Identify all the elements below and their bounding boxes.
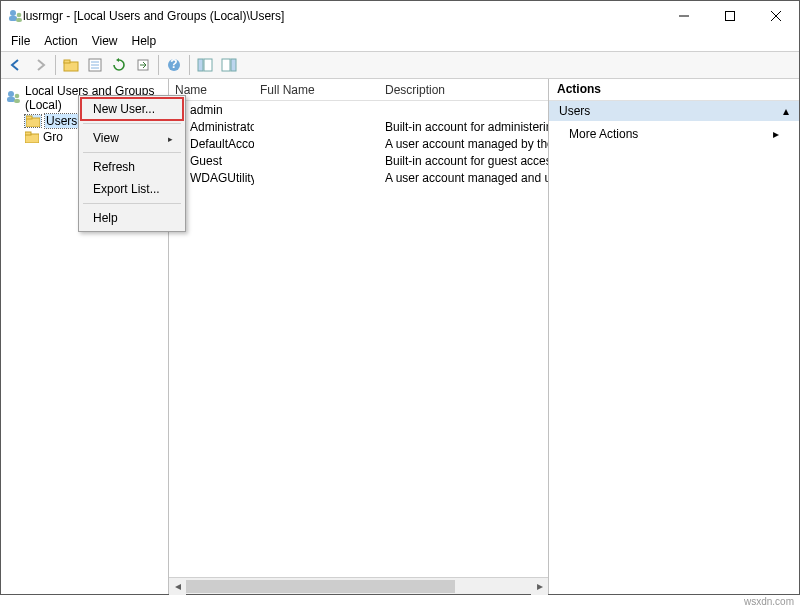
- export-icon[interactable]: [132, 54, 154, 76]
- svg-rect-28: [25, 132, 31, 135]
- tree-node-label: Users: [45, 114, 78, 128]
- folder-icon: [25, 115, 41, 127]
- context-separator: [83, 152, 181, 153]
- maximize-button[interactable]: [707, 1, 753, 31]
- svg-point-23: [15, 93, 20, 98]
- context-item-label: View: [93, 131, 119, 145]
- window-title: lusrmgr - [Local Users and Groups (Local…: [23, 9, 661, 23]
- context-menu: New User... View Refresh Export List... …: [78, 95, 186, 232]
- svg-rect-17: [198, 59, 203, 71]
- toolbar-separator: [189, 55, 190, 75]
- toolbar-separator: [55, 55, 56, 75]
- list-pane: Name Full Name Description adminAdminist…: [169, 79, 549, 594]
- scroll-left-arrow-icon[interactable]: ◂: [169, 578, 186, 595]
- title-bar: lusrmgr - [Local Users and Groups (Local…: [1, 1, 799, 31]
- show-hide-action-icon[interactable]: [218, 54, 240, 76]
- user-name: WDAGUtility...: [190, 171, 254, 185]
- actions-section-users[interactable]: Users ▴: [549, 101, 799, 121]
- context-new-user[interactable]: New User...: [81, 98, 183, 120]
- help-icon[interactable]: ?: [163, 54, 185, 76]
- user-row[interactable]: WDAGUtility...A user account managed and…: [169, 169, 548, 186]
- toolbar-separator: [158, 55, 159, 75]
- svg-rect-18: [204, 59, 212, 71]
- context-item-label: New User...: [93, 102, 155, 116]
- folder-new-icon[interactable]: [60, 54, 82, 76]
- user-name: admin: [190, 103, 223, 117]
- user-row[interactable]: admin: [169, 101, 548, 118]
- menu-bar: File Action View Help: [1, 31, 799, 51]
- svg-rect-1: [9, 16, 17, 21]
- user-name: DefaultAcco...: [190, 137, 254, 151]
- svg-rect-19: [222, 59, 230, 71]
- svg-rect-20: [231, 59, 236, 71]
- context-item-label: Help: [93, 211, 118, 225]
- svg-point-0: [10, 10, 16, 16]
- user-description: Built-in account for administering: [379, 120, 548, 134]
- context-item-label: Refresh: [93, 160, 135, 174]
- show-hide-tree-icon[interactable]: [194, 54, 216, 76]
- folder-icon: [25, 131, 39, 143]
- tree-node-label: Gro: [43, 130, 63, 144]
- actions-section-label: Users: [559, 104, 590, 118]
- svg-rect-24: [14, 99, 20, 103]
- user-description: A user account managed by the: [379, 137, 548, 151]
- context-help[interactable]: Help: [81, 207, 183, 229]
- menu-file[interactable]: File: [5, 32, 36, 50]
- user-description: A user account managed and us: [379, 171, 548, 185]
- actions-more-actions[interactable]: More Actions ▸: [549, 121, 799, 147]
- menu-action[interactable]: Action: [38, 32, 83, 50]
- user-row[interactable]: DefaultAcco...A user account managed by …: [169, 135, 548, 152]
- app-icon: [7, 8, 23, 24]
- submenu-arrow-icon: [168, 131, 173, 145]
- svg-rect-5: [726, 12, 735, 21]
- actions-header: Actions: [549, 79, 799, 101]
- refresh-icon[interactable]: [108, 54, 130, 76]
- user-description: Built-in account for guest access: [379, 154, 548, 168]
- menu-view[interactable]: View: [86, 32, 124, 50]
- svg-text:?: ?: [170, 58, 177, 71]
- svg-rect-22: [7, 97, 15, 102]
- close-button[interactable]: [753, 1, 799, 31]
- list-header: Name Full Name Description: [169, 79, 548, 101]
- menu-help[interactable]: Help: [126, 32, 163, 50]
- context-view[interactable]: View: [81, 127, 183, 149]
- horizontal-scrollbar[interactable]: ◂ ▸: [169, 577, 548, 594]
- user-row[interactable]: GuestBuilt-in account for guest access: [169, 152, 548, 169]
- svg-point-21: [8, 91, 14, 97]
- context-export[interactable]: Export List...: [81, 178, 183, 200]
- user-row[interactable]: AdministratorBuilt-in account for admini…: [169, 118, 548, 135]
- scroll-right-arrow-icon[interactable]: ▸: [531, 578, 548, 595]
- column-description[interactable]: Description: [379, 80, 548, 100]
- svg-point-2: [17, 13, 22, 18]
- svg-rect-3: [16, 18, 22, 22]
- actions-pane: Actions Users ▴ More Actions ▸: [549, 79, 799, 594]
- toolbar: ?: [1, 51, 799, 79]
- minimize-button[interactable]: [661, 1, 707, 31]
- back-button[interactable]: [5, 54, 27, 76]
- forward-button[interactable]: [29, 54, 51, 76]
- user-name: Administrator: [190, 120, 254, 134]
- properties-icon[interactable]: [84, 54, 106, 76]
- column-fullname[interactable]: Full Name: [254, 80, 379, 100]
- svg-rect-9: [64, 60, 70, 63]
- users-groups-icon: [5, 89, 21, 108]
- collapse-arrow-icon: ▴: [783, 104, 789, 118]
- context-refresh[interactable]: Refresh: [81, 156, 183, 178]
- context-item-label: Export List...: [93, 182, 160, 196]
- context-separator: [83, 123, 181, 124]
- scroll-track[interactable]: [186, 578, 531, 594]
- user-name: Guest: [190, 154, 222, 168]
- submenu-arrow-icon: ▸: [773, 127, 779, 141]
- scroll-thumb[interactable]: [186, 580, 455, 593]
- watermark: wsxdn.com: [744, 596, 794, 607]
- actions-item-label: More Actions: [569, 127, 638, 141]
- list-body[interactable]: adminAdministratorBuilt-in account for a…: [169, 101, 548, 577]
- context-separator: [83, 203, 181, 204]
- svg-rect-26: [26, 116, 32, 119]
